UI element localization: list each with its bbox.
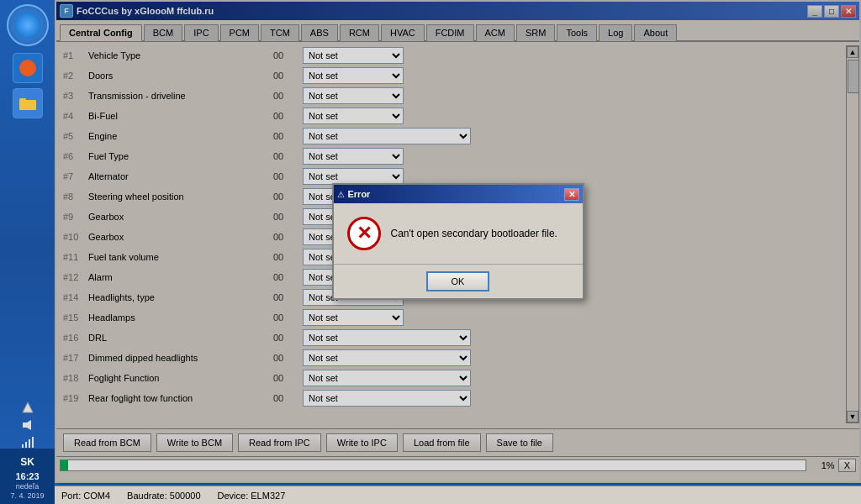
svg-rect-5 xyxy=(22,444,24,448)
start-button[interactable] xyxy=(7,4,49,46)
svg-rect-1 xyxy=(19,98,26,102)
clock: 16:23 xyxy=(3,471,51,481)
taskbar-bottom: SK 16:23 nedeľa 7. 4. 2019 xyxy=(0,449,55,504)
svg-rect-6 xyxy=(25,442,27,448)
status-device: Device: ELM327 xyxy=(218,491,286,501)
error-icon: ✕ xyxy=(347,217,381,250)
svg-rect-3 xyxy=(23,423,27,428)
notification-icon xyxy=(20,400,35,415)
svg-marker-4 xyxy=(27,420,31,430)
modal-title: Error xyxy=(348,189,564,199)
svg-rect-8 xyxy=(32,437,34,448)
modal-body: ✕ Can't open secondary bootloader file. xyxy=(334,203,583,264)
modal-close-button[interactable]: ✕ xyxy=(564,188,579,201)
main-window: F FoCCCus by xGloooM ffclub.ru _ □ ✕ Cen… xyxy=(55,0,861,483)
status-baudrate: Baudrate: 500000 xyxy=(127,491,200,501)
taskbar-left: SK 16:23 nedeľa 7. 4. 2019 xyxy=(0,0,55,504)
svg-marker-2 xyxy=(23,402,33,412)
taskbar-icon-chrome[interactable] xyxy=(13,53,43,83)
chrome-icon xyxy=(19,60,36,76)
svg-rect-7 xyxy=(29,439,30,448)
modal-ok-button[interactable]: OK xyxy=(426,271,490,291)
modal-titlebar: ⚠ Error ✕ xyxy=(334,185,583,203)
folder-icon xyxy=(19,97,36,110)
start-button-inner xyxy=(14,12,41,39)
sk-label: SK xyxy=(3,456,51,468)
error-dialog: ⚠ Error ✕ ✕ Can't open secondary bootloa… xyxy=(332,183,584,300)
speaker-icon xyxy=(20,417,35,433)
date-full: 7. 4. 2019 xyxy=(3,491,51,500)
date-day: nedeľa xyxy=(3,482,51,491)
modal-title-icon: ⚠ xyxy=(337,190,345,199)
taskbar-icon-folder[interactable] xyxy=(13,88,43,118)
modal-overlay: ⚠ Error ✕ ✕ Can't open secondary bootloa… xyxy=(56,2,859,481)
status-bar: Port: COM4 Baudrate: 500000 Device: ELM3… xyxy=(55,486,861,504)
modal-footer: OK xyxy=(334,264,583,298)
status-port: Port: COM4 xyxy=(61,491,110,501)
modal-message: Can't open secondary bootloader file. xyxy=(391,226,557,241)
